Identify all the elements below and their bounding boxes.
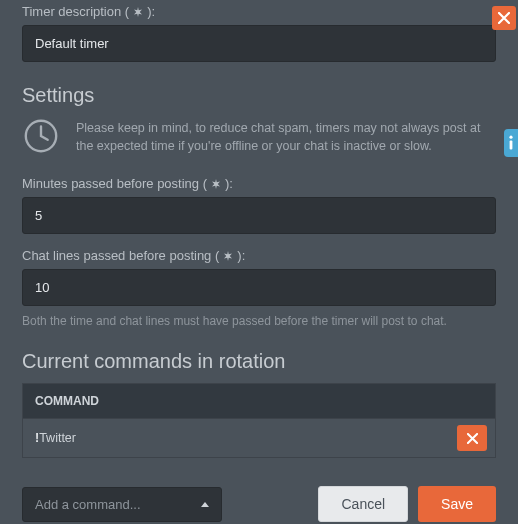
cancel-button[interactable]: Cancel	[318, 486, 408, 522]
required-icon	[132, 6, 144, 18]
remove-command-button[interactable]	[457, 425, 487, 451]
table-row: !Twitter	[23, 419, 495, 457]
svg-point-0	[509, 136, 512, 139]
timer-description-input[interactable]	[22, 25, 496, 62]
lines-input[interactable]	[22, 269, 496, 306]
minutes-input[interactable]	[22, 197, 496, 234]
close-button[interactable]	[492, 6, 516, 30]
save-button[interactable]: Save	[418, 486, 496, 522]
commands-table: COMMAND !Twitter	[22, 383, 496, 458]
required-icon	[210, 178, 222, 190]
helper-text: Both the time and chat lines must have p…	[22, 314, 496, 328]
side-info-tab[interactable]	[504, 129, 518, 157]
label-text: ):	[237, 248, 245, 263]
command-name: Twitter	[39, 431, 76, 445]
clock-icon	[22, 117, 60, 158]
caret-up-icon	[201, 502, 209, 507]
required-icon	[222, 250, 234, 262]
timer-modal: Timer description ( ): Settings Please k…	[0, 4, 518, 524]
rotation-heading: Current commands in rotation	[22, 350, 496, 373]
label-text: Minutes passed before posting (	[22, 176, 207, 191]
column-actions	[447, 394, 483, 408]
modal-footer: Add a command... Cancel Save	[22, 486, 496, 522]
settings-heading: Settings	[22, 84, 496, 107]
dropdown-placeholder: Add a command...	[35, 497, 141, 512]
settings-info-text: Please keep in mind, to reduce chat spam…	[76, 117, 496, 155]
info-icon	[507, 135, 515, 151]
add-command-dropdown[interactable]: Add a command...	[22, 487, 222, 522]
minutes-label: Minutes passed before posting ( ):	[22, 176, 496, 191]
column-command: COMMAND	[35, 394, 447, 408]
timer-desc-label: Timer description ( ):	[22, 4, 496, 19]
table-header: COMMAND	[23, 384, 495, 419]
close-icon	[467, 433, 478, 444]
label-text: ):	[147, 4, 155, 19]
command-cell: !Twitter	[23, 421, 453, 455]
svg-rect-1	[510, 141, 513, 150]
label-text: Chat lines passed before posting (	[22, 248, 219, 263]
label-text: ):	[225, 176, 233, 191]
settings-info-row: Please keep in mind, to reduce chat spam…	[22, 117, 496, 158]
lines-label: Chat lines passed before posting ( ):	[22, 248, 496, 263]
label-text: Timer description (	[22, 4, 129, 19]
close-icon	[498, 12, 510, 24]
